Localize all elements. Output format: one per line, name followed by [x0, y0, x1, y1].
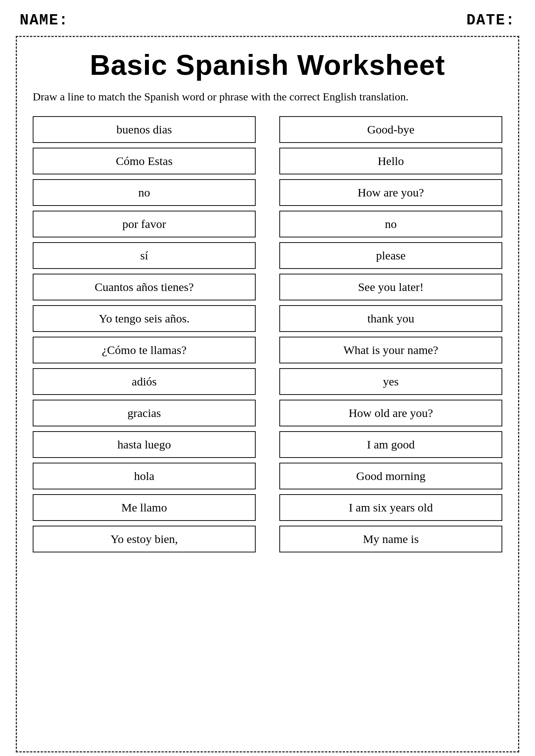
english-word-box: yes: [279, 368, 502, 395]
english-column: Good-byeHelloHow are you?nopleaseSee you…: [279, 116, 502, 552]
worksheet-instructions: Draw a line to match the Spanish word or…: [33, 89, 502, 104]
date-label: DATE:: [466, 12, 515, 29]
spanish-word-box: sí: [33, 242, 256, 269]
worksheet-title: Basic Spanish Worksheet: [33, 49, 502, 81]
columns-wrapper: buenos diasCómo Estasnopor favorsíCuanto…: [33, 116, 502, 552]
english-word-box: My name is: [279, 526, 502, 552]
spanish-word-box: Cuantos años tienes?: [33, 274, 256, 300]
english-word-box: I am good: [279, 431, 502, 458]
spanish-word-box: por favor: [33, 211, 256, 237]
spanish-word-box: no: [33, 179, 256, 206]
header: NAME: DATE:: [16, 12, 519, 29]
english-word-box: I am six years old: [279, 494, 502, 521]
name-label: NAME:: [20, 12, 69, 29]
english-word-box: How are you?: [279, 179, 502, 206]
english-word-box: How old are you?: [279, 400, 502, 426]
spanish-word-box: adiós: [33, 368, 256, 395]
spanish-word-box: buenos dias: [33, 116, 256, 143]
spanish-word-box: Cómo Estas: [33, 148, 256, 174]
english-word-box: no: [279, 211, 502, 237]
english-word-box: Hello: [279, 148, 502, 174]
spanish-word-box: Me llamo: [33, 494, 256, 521]
spanish-word-box: hola: [33, 463, 256, 489]
spanish-column: buenos diasCómo Estasnopor favorsíCuanto…: [33, 116, 256, 552]
spanish-word-box: Yo estoy bien,: [33, 526, 256, 552]
english-word-box: thank you: [279, 305, 502, 332]
english-word-box: Good-bye: [279, 116, 502, 143]
english-word-box: See you later!: [279, 274, 502, 300]
spanish-word-box: gracias: [33, 400, 256, 426]
spanish-word-box: hasta luego: [33, 431, 256, 458]
english-word-box: please: [279, 242, 502, 269]
english-word-box: Good morning: [279, 463, 502, 489]
spanish-word-box: Yo tengo seis años.: [33, 305, 256, 332]
english-word-box: What is your name?: [279, 337, 502, 363]
spanish-word-box: ¿Cómo te llamas?: [33, 337, 256, 363]
worksheet-container: Basic Spanish Worksheet Draw a line to m…: [16, 36, 519, 752]
